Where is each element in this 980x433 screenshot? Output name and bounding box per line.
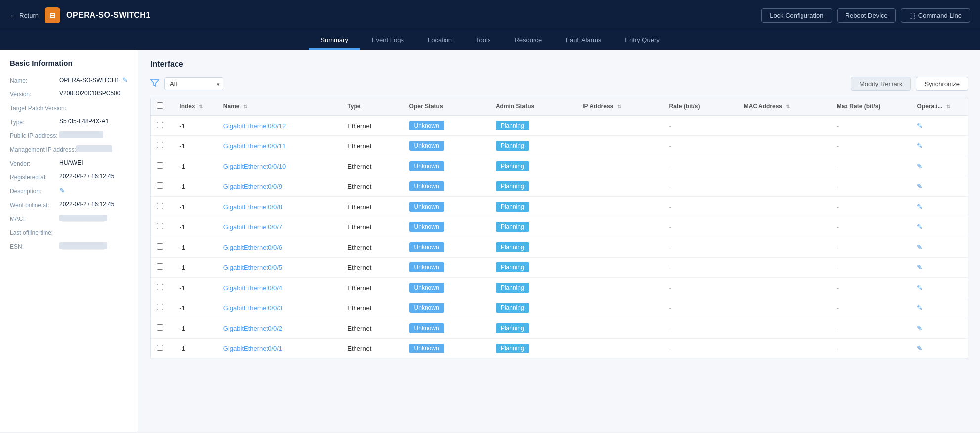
edit-row-button[interactable]: ✎: [917, 304, 923, 312]
edit-row-button[interactable]: ✎: [917, 324, 923, 332]
row-checkbox-cell: [151, 318, 174, 339]
interface-name-link[interactable]: GigabitEthernet0/0/12: [223, 122, 286, 130]
lock-config-button[interactable]: Lock Configuration: [761, 8, 832, 23]
select-all-checkbox[interactable]: [157, 102, 163, 109]
col-header-max-rate: Max Rate (bit/s): [831, 97, 911, 116]
interface-name-link[interactable]: GigabitEthernet0/0/9: [223, 183, 282, 190]
interface-name-link[interactable]: GigabitEthernet0/0/10: [223, 163, 286, 170]
tab-fault-alarms[interactable]: Fault Alarms: [554, 31, 613, 50]
cell-type: Ethernet: [341, 116, 403, 136]
edit-row-button[interactable]: ✎: [917, 243, 923, 251]
cell-operations: ✎: [911, 136, 968, 156]
tab-tools[interactable]: Tools: [464, 31, 502, 50]
cell-ip: [577, 237, 663, 258]
row-checkbox[interactable]: [157, 304, 163, 310]
interface-name-link[interactable]: GigabitEthernet0/0/1: [223, 345, 282, 352]
admin-status-badge: Planning: [496, 141, 529, 151]
cell-name: GigabitEthernet0/0/3: [218, 298, 341, 318]
sort-ip-icon[interactable]: ⇅: [617, 104, 621, 109]
row-checkbox-cell: [151, 197, 174, 217]
row-checkbox[interactable]: [157, 284, 163, 290]
synchronize-label: Synchronize: [924, 80, 960, 87]
cell-index: -1: [174, 318, 218, 339]
tab-event-logs[interactable]: Event Logs: [360, 31, 416, 50]
interface-name-link[interactable]: GigabitEthernet0/0/11: [223, 142, 286, 150]
row-checkbox[interactable]: [157, 203, 163, 209]
label-registered: Registered at:: [10, 173, 59, 181]
edit-row-button[interactable]: ✎: [917, 182, 923, 190]
cell-ip: [577, 116, 663, 136]
edit-row-button[interactable]: ✎: [917, 162, 923, 170]
edit-row-button[interactable]: ✎: [917, 142, 923, 150]
cell-type: Ethernet: [341, 176, 403, 197]
row-checkbox[interactable]: [157, 345, 163, 351]
sidebar-collapse-button[interactable]: ▶: [138, 231, 138, 251]
edit-row-button[interactable]: ✎: [917, 263, 923, 271]
cell-operations: ✎: [911, 237, 968, 258]
sort-name-icon[interactable]: ⇅: [243, 104, 247, 109]
cell-max-rate: -: [831, 258, 911, 278]
interface-name-link[interactable]: GigabitEthernet0/0/7: [223, 223, 282, 231]
interface-name-link[interactable]: GigabitEthernet0/0/8: [223, 203, 282, 211]
cell-rate: -: [664, 156, 738, 176]
interface-name-link[interactable]: GigabitEthernet0/0/6: [223, 244, 282, 251]
table-row: -1 GigabitEthernet0/0/7 Ethernet Unknown…: [151, 217, 968, 237]
cell-type: Ethernet: [341, 197, 403, 217]
row-checkbox[interactable]: [157, 142, 163, 148]
reboot-device-button[interactable]: Reboot Device: [837, 8, 896, 23]
row-checkbox[interactable]: [157, 223, 163, 229]
command-line-button[interactable]: ⬚ Command Line: [901, 8, 970, 23]
interface-name-link[interactable]: GigabitEthernet0/0/5: [223, 264, 282, 271]
label-public-ip: Public IP address:: [10, 131, 59, 139]
edit-row-button[interactable]: ✎: [917, 284, 923, 292]
interface-name-link[interactable]: GigabitEthernet0/0/3: [223, 304, 282, 312]
synchronize-button[interactable]: Synchronize: [916, 77, 968, 91]
row-checkbox[interactable]: [157, 263, 163, 270]
edit-row-button[interactable]: ✎: [917, 122, 923, 130]
sort-mac-icon[interactable]: ⇅: [786, 104, 790, 109]
tab-location[interactable]: Location: [416, 31, 464, 50]
col-select-all: [151, 97, 174, 116]
modify-remark-button[interactable]: Modify Remark: [851, 77, 911, 91]
value-esn: ██████████: [59, 242, 107, 249]
cell-oper-status: Unknown: [403, 318, 490, 339]
filter-select[interactable]: All: [164, 77, 223, 90]
header-left: ← Return ⊟ OPERA-SO-SWITCH1: [10, 7, 151, 23]
col-ip-label: IP Address: [582, 103, 613, 110]
row-checkbox-cell: [151, 298, 174, 318]
return-button[interactable]: ← Return: [10, 12, 39, 19]
cell-name: GigabitEthernet0/0/1: [218, 339, 341, 359]
tab-summary[interactable]: Summary: [309, 31, 360, 50]
row-checkbox[interactable]: [157, 324, 163, 331]
edit-row-button[interactable]: ✎: [917, 345, 923, 352]
interface-name-link[interactable]: GigabitEthernet0/0/4: [223, 284, 282, 292]
oper-status-badge: Unknown: [409, 161, 444, 171]
col-mac-label: MAC Address: [744, 103, 782, 110]
cell-operations: ✎: [911, 217, 968, 237]
toolbar-left: All: [150, 77, 223, 90]
row-checkbox[interactable]: [157, 182, 163, 189]
cell-index: -1: [174, 298, 218, 318]
col-header-admin-status: Admin Status: [490, 97, 577, 116]
filter-icon-button[interactable]: [150, 79, 159, 89]
cell-ip: [577, 156, 663, 176]
interface-name-link[interactable]: GigabitEthernet0/0/2: [223, 325, 282, 332]
row-checkbox[interactable]: [157, 162, 163, 169]
tab-resource[interactable]: Resource: [502, 31, 554, 50]
interface-table: Index ⇅ Name ⇅ Type Oper Status Admin St…: [151, 97, 968, 359]
tab-entry-query[interactable]: Entry Query: [613, 31, 671, 50]
cell-max-rate: -: [831, 116, 911, 136]
edit-row-button[interactable]: ✎: [917, 223, 923, 231]
value-vendor: HUAWEI: [59, 159, 83, 166]
edit-description-icon[interactable]: ✎: [59, 187, 65, 194]
cell-index: -1: [174, 339, 218, 359]
row-checkbox[interactable]: [157, 243, 163, 250]
lock-config-label: Lock Configuration: [770, 12, 823, 19]
main-layout: Basic Information Name: OPERA-SO-SWITCH1…: [0, 50, 980, 432]
row-checkbox[interactable]: [157, 122, 163, 128]
sort-op-icon[interactable]: ⇅: [946, 104, 950, 109]
sort-index-icon[interactable]: ⇅: [199, 104, 203, 109]
header: ← Return ⊟ OPERA-SO-SWITCH1 Lock Configu…: [0, 0, 980, 31]
edit-name-icon[interactable]: ✎: [122, 76, 128, 84]
edit-row-button[interactable]: ✎: [917, 203, 923, 211]
